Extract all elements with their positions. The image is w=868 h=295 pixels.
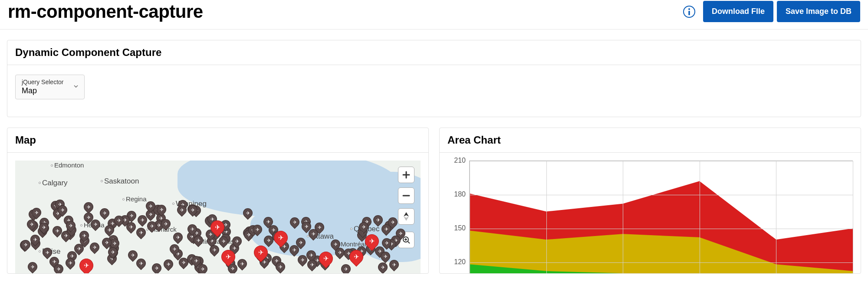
jquery-selector-select[interactable]: jQuery Selector Map <box>15 75 85 99</box>
area-chart-body: 210180150120 <box>440 153 861 273</box>
area-chart-card: Area Chart 210180150120 <box>439 128 861 274</box>
page-title: rm-component-capture <box>8 1 203 22</box>
y-axis: 210180150120 <box>447 161 469 273</box>
gridline-vertical <box>776 161 776 273</box>
gridline-vertical <box>546 161 547 273</box>
page-header: rm-component-capture Download FIle Save … <box>0 0 868 30</box>
map-city-dot <box>51 164 53 167</box>
map-pin[interactable]: ✈ <box>134 226 148 239</box>
header-actions: Download FIle Save Image to DB <box>683 1 860 22</box>
map-city-dot <box>39 250 41 252</box>
gridline-horizontal <box>470 262 853 263</box>
map-pin[interactable]: ✈ <box>162 258 175 271</box>
map-city-dot <box>122 198 125 200</box>
y-axis-tick: 120 <box>454 258 466 266</box>
capture-region-title: Dynamic Component Capture <box>7 40 861 65</box>
gridline-vertical <box>470 161 470 273</box>
area-chart-title: Area Chart <box>440 128 861 153</box>
save-image-to-db-button[interactable]: Save Image to DB <box>777 1 860 22</box>
map-pin[interactable]: ✈ <box>150 261 164 273</box>
select-value: Map <box>22 86 67 95</box>
y-axis-tick: 180 <box>454 190 466 198</box>
map-city-dot <box>350 228 352 230</box>
map-city-dot <box>39 182 41 184</box>
map-city-label: Calgary <box>42 179 68 187</box>
svg-marker-2 <box>404 212 409 216</box>
map-city-label: Saskatoon <box>104 177 139 186</box>
chevron-down-icon <box>73 83 79 91</box>
map-city-label: Edmonton <box>54 161 84 169</box>
map-card-title: Map <box>7 128 428 153</box>
map-city-dot <box>80 224 82 226</box>
gridline-vertical <box>623 161 623 273</box>
zoom-out-button[interactable] <box>398 187 414 204</box>
map-city-dot <box>101 180 103 182</box>
map-pin[interactable]: ✈ <box>339 262 352 273</box>
two-column-row: Map <box>7 128 861 274</box>
area-chart: 210180150120 <box>447 161 853 273</box>
map-pin[interactable]: ✈ <box>82 200 95 213</box>
map-card: Map <box>7 128 429 274</box>
info-icon[interactable] <box>683 6 695 18</box>
map-pin[interactable]: ✈ <box>26 260 39 273</box>
map-viewport[interactable]: EdmontonCalgarySaskatoonReginaWinnipegHe… <box>15 161 421 273</box>
select-label: jQuery Selector <box>22 79 67 85</box>
map-pin[interactable]: ✈ <box>376 261 390 273</box>
map-pin[interactable]: ✈ <box>134 257 148 270</box>
chart-plot-area <box>469 161 853 273</box>
button-group: Download FIle Save Image to DB <box>703 1 860 22</box>
gridline-vertical <box>700 161 700 273</box>
svg-rect-1 <box>688 11 690 15</box>
gridline-horizontal <box>470 195 853 195</box>
area-chart-svg <box>470 161 853 273</box>
capture-region-body: jQuery Selector Map <box>7 65 861 117</box>
map-airport-pin[interactable]: ✈ <box>76 256 96 273</box>
y-axis-tick: 210 <box>454 157 466 164</box>
map-pin[interactable]: ✈ <box>98 206 112 220</box>
map-city-dot <box>172 203 174 205</box>
svg-marker-3 <box>404 216 409 221</box>
gridline-vertical <box>853 161 853 273</box>
zoom-in-button[interactable] <box>398 167 414 183</box>
capture-region: Dynamic Component Capture jQuery Selecto… <box>7 40 861 117</box>
gridline-horizontal <box>470 229 853 229</box>
download-file-button[interactable]: Download FIle <box>703 1 773 22</box>
map-city-label: Regina <box>126 195 147 203</box>
y-axis-tick: 150 <box>454 224 466 232</box>
map-card-body: EdmontonCalgarySaskatoonReginaWinnipegHe… <box>7 153 428 273</box>
gridline-horizontal <box>470 161 853 161</box>
svg-point-0 <box>688 8 690 10</box>
compass-button[interactable] <box>398 208 414 225</box>
map-pin[interactable]: ✈ <box>88 240 101 254</box>
